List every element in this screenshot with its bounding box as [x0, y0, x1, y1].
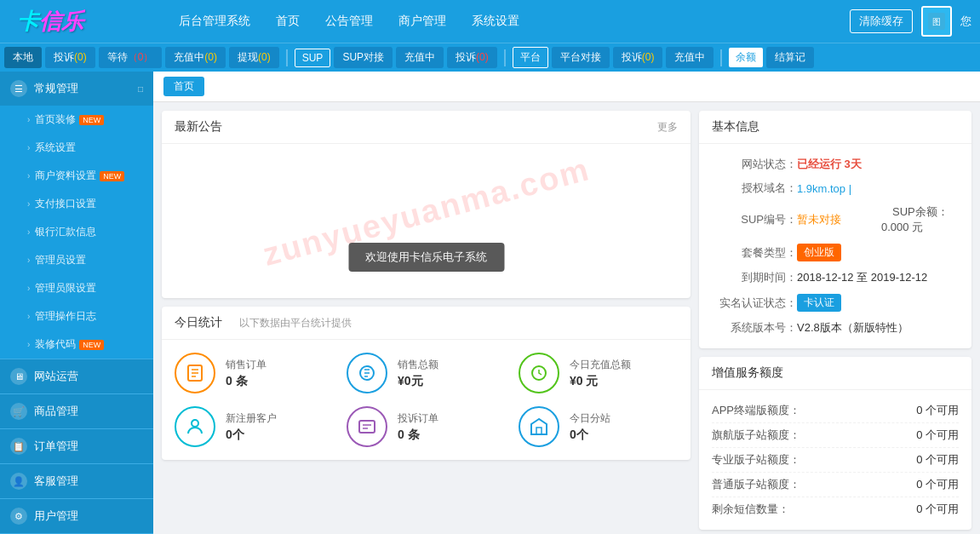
nav-menu: 后台管理系统 首页 公告管理 商户管理 系统设置	[162, 14, 850, 29]
svg-rect-12	[536, 428, 542, 434]
sidebar-item-merchant-info[interactable]: › 商户资料设置 NEW	[0, 162, 153, 190]
expire-value: 2018-12-12 至 2019-12-12	[797, 270, 959, 285]
nav-merchant[interactable]: 商户管理	[398, 14, 446, 29]
info-row-expire: 到期时间： 2018-12-12 至 2019-12-12	[712, 266, 959, 290]
sidebar: ☰ 常规管理 □ › 首页装修 NEW › 系统设置 › 商户资料设置 NEW …	[0, 72, 153, 534]
cs-icon: 👤	[10, 473, 27, 490]
stat-orders-info: 销售订单 0 条	[226, 358, 266, 389]
tab-sup-complaint[interactable]: 投诉(0)	[447, 47, 497, 68]
sidebar-item-payment-interface[interactable]: › 支付接口设置	[0, 190, 153, 218]
item-label: 首页装修	[35, 112, 76, 127]
basic-info-header: 基本信息	[699, 111, 971, 144]
more-link[interactable]: 更多	[657, 120, 678, 135]
item-label: 管理员限设置	[35, 281, 96, 296]
logo: 卡信乐	[17, 7, 83, 37]
stat-sales-info: 销售总额 ¥0元	[398, 358, 438, 389]
sup-tag: SUP	[295, 49, 331, 67]
nav-home[interactable]: 首页	[276, 14, 300, 29]
stat-icon-branch	[519, 406, 559, 447]
product-icon: 🛒	[10, 403, 27, 420]
stat-icon-complaints	[347, 406, 387, 447]
stat-recharge-total: 今日充值总额 ¥0 元	[519, 353, 678, 393]
arrow: ›	[27, 284, 30, 293]
info-row-domain: 授权域名： 1.9km.top |	[712, 176, 959, 200]
cs-label: 客服管理	[34, 474, 78, 489]
sub-nav: 本地 投诉(0) 等待（0） 充值中(0) 提现(0) SUP SUP对接 充值…	[0, 43, 980, 72]
order-icon: 📋	[10, 438, 27, 455]
va-title: 增值服务额度	[712, 365, 783, 381]
sidebar-item-admin-settings[interactable]: › 管理员设置	[0, 246, 153, 274]
sidebar-item-admin-log[interactable]: › 管理操作日志	[0, 302, 153, 330]
website-icon: 🖥	[10, 368, 27, 385]
content-grid: 最新公告 更多 zunyueyuanma.com 欢迎使用卡信乐电子系统 今日统…	[153, 102, 980, 534]
tab-complaint[interactable]: 投诉(0)	[45, 47, 95, 68]
tab-platform-complaint[interactable]: 投诉(0)	[613, 47, 663, 68]
item-label: 系统设置	[35, 141, 76, 155]
info-row-status: 网站状态： 已经运行 3天	[712, 152, 959, 176]
stat-recharge-value: ¥0 元	[570, 374, 631, 389]
info-row-version: 系统版本号： V2.8版本（新版特性）	[712, 316, 959, 340]
top-header: 卡信乐 后台管理系统 首页 公告管理 商户管理 系统设置 清除缓存 图 您	[0, 0, 980, 43]
content-area: 首页 最新公告 更多 zunyueyuanma.com 欢迎使用卡信乐电子系统	[153, 72, 980, 534]
arrow: ›	[27, 340, 30, 349]
main-layout: ☰ 常规管理 □ › 首页装修 NEW › 系统设置 › 商户资料设置 NEW …	[0, 72, 980, 534]
svg-text:图: 图	[932, 17, 941, 26]
new-badge: NEW	[100, 171, 124, 181]
stat-new-customers: 新注册客户 0个	[175, 406, 334, 447]
va-app-label: APP终端版额度：	[712, 403, 800, 418]
va-pro-label: 专业版子站额度：	[712, 452, 800, 468]
item-label: 管理操作日志	[35, 309, 96, 324]
sup-balance: SUP余额：0.000 元	[881, 204, 959, 235]
tab-sup-connect[interactable]: SUP对接	[334, 47, 393, 68]
tab-jiezhang[interactable]: 结算记	[766, 47, 814, 68]
sidebar-item-system-settings[interactable]: › 系统设置	[0, 134, 153, 162]
sidebar-section-header-user[interactable]: ⚙ 用户管理	[0, 499, 153, 533]
domain-value[interactable]: 1.9km.top |	[797, 182, 959, 195]
tab-platform-recharge[interactable]: 充值中	[666, 47, 714, 68]
tab-withdraw[interactable]: 提现(0)	[229, 47, 279, 68]
tab-local[interactable]: 本地	[4, 47, 42, 68]
package-badge: 创业版	[797, 244, 841, 261]
tab-recharge[interactable]: 充值中(0)	[165, 47, 226, 68]
clear-cache-button[interactable]: 清除缓存	[850, 9, 913, 33]
user-icon: ⚙	[10, 508, 27, 525]
sidebar-section-header-cs[interactable]: 👤 客服管理	[0, 464, 153, 498]
sidebar-section-header-product[interactable]: 🛒 商品管理	[0, 394, 153, 428]
tab-sup-recharge[interactable]: 充值中	[396, 47, 444, 68]
announcement-title: 最新公告	[175, 119, 222, 135]
svg-rect-9	[359, 421, 375, 433]
nav-announcement[interactable]: 公告管理	[325, 14, 373, 29]
info-table: 网站状态： 已经运行 3天 授权域名： 1.9km.top | SUP编号： 暂…	[699, 144, 971, 348]
sidebar-item-homepage-decor[interactable]: › 首页装修 NEW	[0, 106, 153, 134]
sidebar-item-decoration-code[interactable]: › 装修代码 NEW	[0, 330, 153, 359]
item-label: 银行汇款信息	[35, 225, 96, 239]
tab-platform-connect[interactable]: 平台对接	[552, 47, 610, 68]
item-label: 装修代码	[35, 337, 76, 352]
sidebar-section-product: 🛒 商品管理	[0, 394, 153, 429]
tab-waiting[interactable]: 等待（0）	[99, 47, 163, 68]
sidebar-section-header-website[interactable]: 🖥 网站运营	[0, 359, 153, 393]
nav-settings[interactable]: 系统设置	[472, 14, 519, 29]
yue-tag[interactable]: 余额	[729, 48, 763, 67]
stats-header: 今日统计 以下数据由平台统计提供	[162, 307, 691, 340]
va-flagship-label: 旗航版子站额度：	[712, 428, 800, 443]
general-label: 常规管理	[34, 81, 78, 96]
stat-sales-total: 销售总额 ¥0元	[347, 353, 506, 393]
sidebar-section-header-order[interactable]: 📋 订单管理	[0, 429, 153, 463]
sidebar-item-bank-info[interactable]: › 银行汇款信息	[0, 218, 153, 246]
stats-title: 今日统计	[175, 315, 222, 330]
breadcrumb-bar: 首页	[153, 72, 980, 102]
right-col: 基本信息 网站状态： 已经运行 3天 授权域名： 1.9km.top | SUP…	[699, 111, 971, 530]
collapse-icon-general: □	[138, 84, 143, 94]
stat-recharge-label: 今日充值总额	[570, 358, 631, 372]
stat-icon-recharge	[519, 353, 559, 393]
stat-customers-value: 0个	[226, 428, 277, 443]
cert-badge: 卡认证	[797, 294, 841, 312]
basic-info-card: 基本信息 网站状态： 已经运行 3天 授权域名： 1.9km.top | SUP…	[699, 111, 971, 348]
va-app-value: 0 个可用	[916, 403, 959, 418]
basic-info-title: 基本信息	[712, 119, 759, 135]
sidebar-section-header-general[interactable]: ☰ 常规管理 □	[0, 72, 153, 106]
arrow: ›	[27, 312, 30, 321]
sidebar-item-admin-limit[interactable]: › 管理员限设置	[0, 274, 153, 302]
order-label: 订单管理	[34, 439, 78, 454]
